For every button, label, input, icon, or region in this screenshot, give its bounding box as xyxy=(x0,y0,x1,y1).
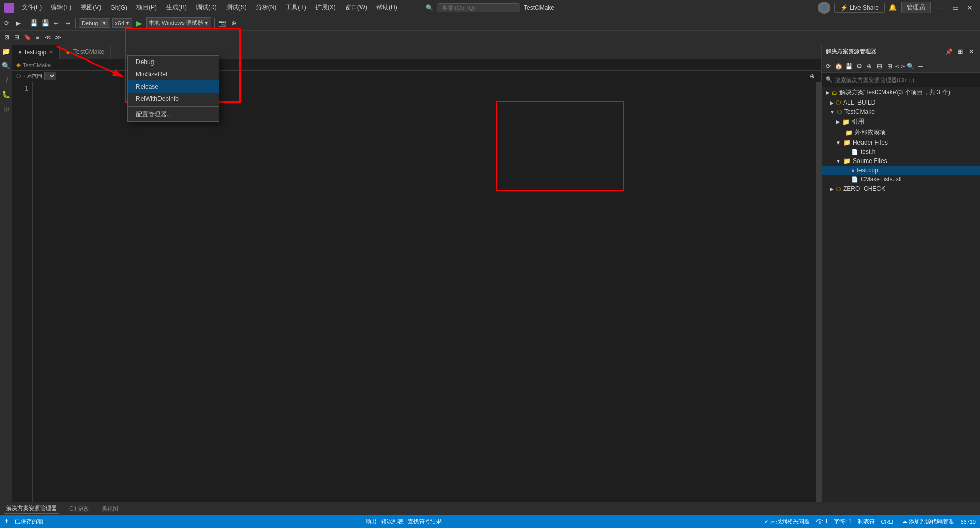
source-files-label: Source Files xyxy=(853,157,887,165)
menu-extensions[interactable]: 扩展(X) xyxy=(311,1,340,14)
restore-button[interactable]: ▭ xyxy=(949,3,962,13)
close-button[interactable]: ✕ xyxy=(964,3,976,13)
tree-all-build[interactable]: ▶ ⬡ ALL_BUILD xyxy=(822,98,980,107)
menu-tools[interactable]: 工具(T) xyxy=(282,1,310,14)
activity-search-icon[interactable]: 🔍 xyxy=(1,60,11,71)
st-icon-5[interactable]: ⊕ xyxy=(865,62,874,71)
menu-git[interactable]: Git(G) xyxy=(106,2,131,13)
toolbar2-icon-5[interactable]: ≪ xyxy=(43,33,52,42)
toolbar2-icon-1[interactable]: ⊠ xyxy=(2,33,11,42)
bottom-tab-git[interactable]: Git 更改 xyxy=(67,504,91,514)
toolbar-camera-icon[interactable]: 📷 xyxy=(218,18,227,28)
sidebar-close-icon[interactable]: ✕ xyxy=(967,47,976,56)
toolbar2-icon-4[interactable]: ≡ xyxy=(33,33,42,42)
activity-git-icon[interactable]: ⑂ xyxy=(1,75,11,85)
menu-file[interactable]: 文件(F) xyxy=(17,1,46,14)
tab-testcmake[interactable]: ◆ TestCMake xyxy=(60,45,111,59)
all-build-label: ALL_BUILD xyxy=(843,99,875,106)
toolbar-undo-icon[interactable]: ↩ xyxy=(52,18,61,28)
pin-icon[interactable]: 📌 xyxy=(944,47,953,56)
menu-project[interactable]: 项目(P) xyxy=(132,1,161,14)
tree-cmakelists[interactable]: 📄 CMakeLists.txt xyxy=(822,175,980,184)
dropdown-item-debug[interactable]: Debug xyxy=(128,56,219,68)
bottom-tab-class[interactable]: 类视图 xyxy=(99,504,121,514)
toolbar2-icon-6[interactable]: ≫ xyxy=(53,33,63,42)
avatar: 👤 xyxy=(818,2,830,14)
toolbar-extra-icon[interactable]: ⊕ xyxy=(229,18,238,28)
toolbar2-icon-3[interactable]: 🔖 xyxy=(23,33,32,42)
tree-zero-check[interactable]: ▶ ⬡ ZERO_CHECK xyxy=(822,184,980,193)
toolbar-icon-2[interactable]: ▶ xyxy=(13,18,23,28)
st-icon-6[interactable]: ⊟ xyxy=(875,62,884,71)
toolbar2-icon-2[interactable]: ⊟ xyxy=(12,33,22,42)
secondary-toolbar: ⊠ ⊟ 🔖 ≡ ≪ ≫ xyxy=(0,31,980,44)
bottom-tab-solution[interactable]: 解决方案资源管理器 xyxy=(4,503,59,514)
breadcrumb-project-icon: ◆ xyxy=(16,62,21,68)
menu-view[interactable]: 视图(V) xyxy=(76,1,105,14)
scope-right: ⊕ xyxy=(808,72,817,81)
build-config-dropdown[interactable]: Debug ▼ xyxy=(79,18,110,28)
arch-dropdown[interactable]: x64 ▼ xyxy=(112,18,132,28)
error-list-tab[interactable]: 错误列表 xyxy=(381,518,404,525)
toolbar-save-all-icon[interactable]: 💾 xyxy=(41,18,50,28)
activity-debug-icon[interactable]: 🐛 xyxy=(1,89,11,99)
tab-test-cpp[interactable]: ● test.cpp ✕ xyxy=(12,45,60,59)
activity-ext-icon[interactable]: ⊞ xyxy=(1,104,11,114)
activity-solution-icon[interactable]: 📁 xyxy=(1,46,11,56)
menu-build[interactable]: 生成(B) xyxy=(162,1,191,14)
menu-analyze[interactable]: 分析(N) xyxy=(252,1,281,14)
toolbar-sep-1 xyxy=(26,18,26,28)
tree-header-files[interactable]: ▼ 📁 Header Files xyxy=(822,138,980,147)
menu-window[interactable]: 窗口(W) xyxy=(341,1,371,14)
toolbar-icon-1[interactable]: ⟳ xyxy=(2,18,11,28)
notification-icon[interactable]: 🔔 xyxy=(889,4,897,11)
line-number-1: 1 xyxy=(16,84,28,93)
st-icon-10[interactable]: ─ xyxy=(916,62,925,71)
status-bar: ⬆ 已保存的项 输出 错误列表 查找符号结果 ✓ 未找到相关问题 行: 1 字符… xyxy=(0,515,980,528)
sidebar-search-box[interactable]: 🔍 xyxy=(822,73,980,87)
vertical-scrollbar[interactable] xyxy=(816,82,821,502)
st-icon-3[interactable]: 💾 xyxy=(844,62,853,71)
st-icon-4[interactable]: ⚙ xyxy=(854,62,864,71)
scope-dropdown[interactable] xyxy=(44,72,56,80)
menu-test[interactable]: 测试(S) xyxy=(222,1,251,14)
tree-test-cpp[interactable]: ● test.cpp xyxy=(822,166,980,175)
tree-references[interactable]: ▶ 📁 引用 xyxy=(822,116,980,127)
menu-edit[interactable]: 编辑(E) xyxy=(47,1,75,14)
dropdown-item-config-manager[interactable]: 配置管理器... xyxy=(128,108,219,121)
output-tab[interactable]: 输出 xyxy=(366,518,377,525)
run-button[interactable]: ▶ xyxy=(134,19,144,27)
minimize-button[interactable]: ─ xyxy=(935,3,947,13)
sidebar-dock-icon[interactable]: ⊞ xyxy=(955,47,965,56)
sidebar-search-input[interactable] xyxy=(835,77,976,83)
menu-help[interactable]: 帮助(H) xyxy=(372,1,402,14)
tree-testcmake-project[interactable]: ▼ ⬡ TestCMake xyxy=(822,107,980,116)
st-icon-9[interactable]: 🔍 xyxy=(906,62,915,71)
tab-close-test-cpp[interactable]: ✕ xyxy=(49,49,53,55)
st-icon-8[interactable]: ≺≻ xyxy=(895,62,905,71)
menu-debug[interactable]: 调试(D) xyxy=(192,1,221,14)
admin-button[interactable]: 管理员 xyxy=(901,2,931,13)
toolbar-sep-3 xyxy=(214,18,215,28)
find-results-tab[interactable]: 查找符号结果 xyxy=(408,518,442,525)
toolbar-redo-icon[interactable]: ↪ xyxy=(63,18,72,28)
code-editor[interactable] xyxy=(33,82,816,502)
line-ending-label: CRLF xyxy=(881,519,896,525)
dropdown-item-minsizerel[interactable]: MinSizeRel xyxy=(128,68,219,80)
scope-add-icon[interactable]: ⊕ xyxy=(808,72,817,81)
toolbar-save-icon[interactable]: 💾 xyxy=(29,18,38,28)
source-control-label[interactable]: ☁ 添加到源代码管理 xyxy=(902,518,954,525)
live-share-button[interactable]: ⚡ Live Share xyxy=(834,3,885,13)
global-search-input[interactable] xyxy=(437,3,519,12)
dropdown-item-release[interactable]: Release xyxy=(128,80,219,93)
tree-external-deps[interactable]: 📁 外部依赖项 xyxy=(822,127,980,138)
tree-source-files[interactable]: ▼ 📁 Source Files xyxy=(822,156,980,166)
dropdown-item-relwithdebinfo[interactable]: RelWithDebInfo xyxy=(128,93,219,105)
st-icon-1[interactable]: ⟳ xyxy=(824,62,833,71)
st-icon-2[interactable]: 🏠 xyxy=(834,62,843,71)
st-icon-7[interactable]: ⊞ xyxy=(885,62,894,71)
debugger-dropdown[interactable]: 本地 Windows 调试器 ▼ xyxy=(146,17,211,28)
sidebar-toolbar: ⟳ 🏠 💾 ⚙ ⊕ ⊟ ⊞ ≺≻ 🔍 ─ xyxy=(822,59,980,73)
tree-solution-root[interactable]: ▶ 🗂 解决方案'TestCMake'(3 个项目，共 3 个) xyxy=(822,87,980,98)
tree-test-h[interactable]: 📄 test.h xyxy=(822,147,980,156)
